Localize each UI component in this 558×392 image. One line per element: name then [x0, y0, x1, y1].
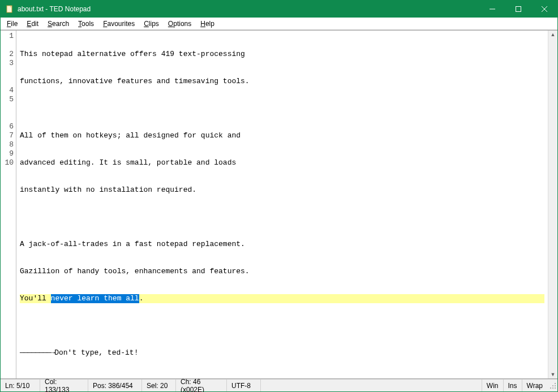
- vertical-scrollbar[interactable]: ▲ ▼: [548, 31, 557, 378]
- menu-clips[interactable]: Clips: [139, 19, 164, 29]
- menu-tools[interactable]: Tools: [74, 19, 98, 29]
- gutter-line: 8: [1, 140, 14, 149]
- maximize-button[interactable]: [505, 1, 531, 18]
- titlebar[interactable]: about.txt - TED Notepad: [1, 1, 557, 18]
- menu-edit[interactable]: Edit: [22, 19, 43, 29]
- current-line-highlight: You'll never learn them all.: [20, 294, 544, 303]
- text-area[interactable]: This notepad alternative offers 419 text…: [16, 31, 548, 378]
- gutter-line: 10: [1, 158, 14, 167]
- text-line: Gazillion of handy tools, enhancements a…: [20, 267, 544, 276]
- menubar: File Edit Search Tools Favourites Clips …: [1, 18, 557, 30]
- gutter-line: 1: [1, 32, 14, 50]
- text-line: functions, innovative features and times…: [20, 77, 544, 86]
- svg-point-8: [550, 387, 551, 389]
- text-line: [20, 376, 544, 378]
- gutter-line: 7: [1, 131, 14, 140]
- minimize-button[interactable]: [479, 1, 505, 18]
- text-line: This notepad alternative offers 419 text…: [20, 50, 544, 59]
- close-icon: [542, 6, 547, 12]
- close-button[interactable]: [531, 1, 557, 18]
- scroll-up-icon[interactable]: ▲: [551, 32, 556, 37]
- menu-file[interactable]: File: [2, 19, 22, 29]
- gutter-line: 6: [1, 122, 14, 131]
- status-position: Pos: 386/454: [88, 380, 142, 391]
- text-line: advanced editing. It is small, portable …: [20, 158, 544, 167]
- resize-grip-icon: [550, 382, 556, 389]
- window-title: about.txt - TED Notepad: [18, 5, 479, 13]
- status-wrap: Wrap: [522, 380, 547, 391]
- tab-arrow-icon: ————————→: [20, 348, 54, 357]
- menu-help[interactable]: Help: [196, 19, 219, 29]
- text-line: instantly with no installation required.: [20, 186, 544, 195]
- text-before-selection: You'll: [20, 294, 51, 303]
- maximize-icon: [516, 6, 521, 12]
- menu-search[interactable]: Search: [43, 19, 74, 29]
- svg-point-5: [555, 383, 556, 384]
- status-char: Ch: 46 (x002E): [176, 380, 227, 391]
- text-line: [20, 213, 544, 222]
- gutter-line: 5: [1, 95, 14, 122]
- statusbar: Ln: 5/10 Col: 133/133 Pos: 386/454 Sel: …: [1, 379, 557, 391]
- status-encoding: UTF-8: [227, 380, 261, 391]
- status-selection: Sel: 20: [142, 380, 176, 391]
- text-line: [20, 321, 544, 330]
- svg-point-6: [552, 385, 553, 386]
- scroll-down-icon[interactable]: ▼: [551, 372, 556, 377]
- text-after-selection: .: [139, 294, 144, 303]
- status-eol: Win: [482, 380, 503, 391]
- menu-options[interactable]: Options: [164, 19, 196, 29]
- text-line: ————————→Don't type, ted-it!: [20, 348, 544, 357]
- text-line: A jack-of-all-trades in a fast notepad r…: [20, 240, 544, 249]
- line-gutter: 1 2 3 4 5 6 7 8 9 10: [1, 31, 16, 378]
- svg-point-10: [555, 387, 556, 389]
- resize-grip[interactable]: [547, 381, 557, 390]
- status-line: Ln: 5/10: [1, 380, 40, 391]
- text-line: All of them on hotkeys; all designed for…: [20, 131, 544, 140]
- gutter-line: 9: [1, 149, 14, 158]
- menu-favourites[interactable]: Favourites: [98, 19, 139, 29]
- status-insert-mode: Ins: [503, 380, 522, 391]
- text-line: [20, 104, 544, 113]
- app-window: about.txt - TED Notepad File Edit Search…: [0, 0, 558, 392]
- status-column: Col: 133/133: [40, 380, 88, 391]
- svg-rect-2: [516, 7, 521, 12]
- window-controls: [479, 1, 557, 18]
- editor: 1 2 3 4 5 6 7 8 9 10 This notepad altern…: [1, 30, 557, 379]
- svg-point-7: [555, 385, 556, 386]
- svg-point-9: [552, 387, 553, 389]
- text-selection: never learn them all: [51, 294, 139, 303]
- gutter-line: 4: [1, 86, 14, 95]
- gutter-line: 3: [1, 59, 14, 86]
- minimize-icon: [490, 6, 495, 12]
- gutter-line: 2: [1, 50, 14, 59]
- app-icon: [5, 5, 14, 14]
